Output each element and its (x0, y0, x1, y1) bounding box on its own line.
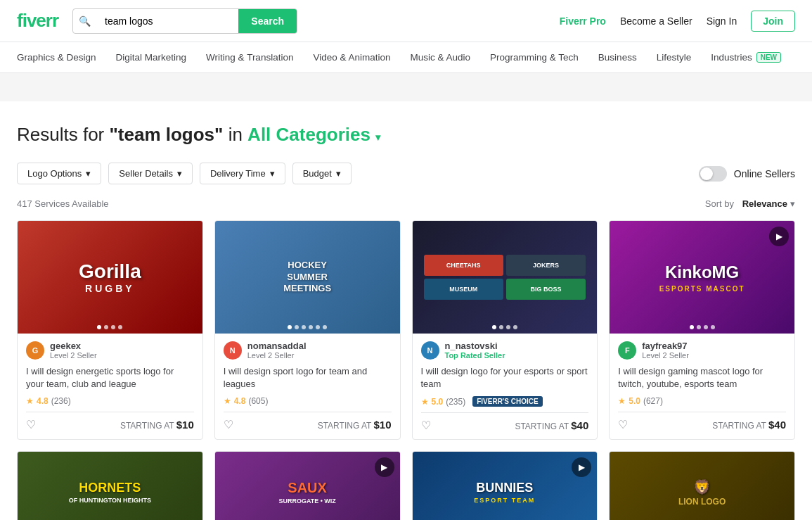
seller-info: G geekex Level 2 Seller (26, 341, 194, 360)
nav-music[interactable]: Music & Audio (411, 44, 471, 71)
join-button[interactable]: Join (751, 11, 795, 32)
card-thumbnail: KinkoMG ESPORTS MASCOT (610, 221, 794, 334)
seller-details: geekex Level 2 Seller (50, 341, 97, 360)
card-image-wrap: HORNETS OF HUNTINGTON HEIGHTS (18, 452, 202, 520)
seller-info: N nomansaddal Level 2 Seller (224, 341, 392, 360)
sign-in-link[interactable]: Sign In (707, 15, 737, 27)
budget-filter[interactable]: Budget ▾ (292, 163, 352, 184)
services-count: 417 Services Available (17, 198, 109, 209)
rating-count: (605) (248, 396, 268, 406)
new-badge: NEW (756, 52, 781, 63)
starting-at-label: STARTING AT (120, 421, 176, 431)
online-sellers-toggle[interactable] (699, 166, 727, 182)
service-card[interactable]: HORNETS OF HUNTINGTON HEIGHTS (17, 451, 203, 520)
service-card[interactable]: CHEETAHS JOKERS MUSEUM BIG BOSS N n_nast… (412, 220, 598, 440)
card-body: G geekex Level 2 Seller I will design en… (18, 334, 202, 438)
nav-programming[interactable]: Programming & Tech (490, 44, 579, 71)
card-image-wrap: SAUX SURROGATE • WIZ ▶ (215, 452, 400, 520)
search-input[interactable] (96, 15, 238, 27)
become-seller-link[interactable]: Become a Seller (620, 15, 692, 27)
starting-at-label: STARTING AT (712, 421, 768, 431)
header: fiverr 🔍 Search Fiverr Pro Become a Sell… (0, 0, 812, 42)
stars-icon: ★ (224, 396, 231, 406)
favorite-button[interactable]: ♡ (618, 418, 628, 431)
play-button-icon[interactable]: ▶ (769, 227, 789, 246)
stars-icon: ★ (421, 397, 429, 407)
services-info-bar: 417 Services Available Sort by Relevance… (17, 198, 795, 209)
play-button-icon[interactable]: ▶ (375, 457, 394, 477)
favorite-button[interactable]: ♡ (421, 419, 431, 432)
dropdown-arrow-icon: ▾ (375, 132, 380, 143)
card-image-text: HOCKEYSUMMERMEETINGS (283, 260, 331, 296)
fiverrs-choice-badge: FIVERR'S CHOICE (472, 396, 542, 407)
cards-grid: Gorilla RUGBY G geekex Level 2 Seller I … (17, 220, 795, 520)
chevron-down-icon3: ▾ (270, 168, 275, 179)
nav-writing[interactable]: Writing & Translation (206, 44, 293, 71)
promo-bar (0, 73, 812, 101)
delivery-time-filter[interactable]: Delivery Time ▾ (200, 163, 285, 184)
rating-row: ★ 5.0 (235) FIVERR'S CHOICE (421, 396, 589, 407)
card-thumbnail: HOCKEYSUMMERMEETINGS (215, 221, 400, 334)
service-card[interactable]: HOCKEYSUMMERMEETINGS N nomansaddal Level… (214, 220, 401, 440)
card-thumbnail: Gorilla RUGBY (18, 221, 202, 334)
seller-name: n_nastovski (445, 341, 505, 351)
service-card[interactable]: 🦁 LION LOGO (609, 451, 795, 520)
service-card[interactable]: SAUX SURROGATE • WIZ ▶ (214, 451, 401, 520)
card-image-text: BUNNIES ESPORT TEAM (474, 481, 535, 504)
results-header: Results for "team logos" in All Categori… (17, 124, 795, 146)
chevron-down-icon: ▾ (86, 168, 91, 179)
rating-row: ★ 4.8 (236) (26, 396, 194, 406)
sort-chevron-icon: ▾ (790, 198, 795, 209)
search-button[interactable]: Search (238, 9, 297, 33)
card-title: I will design gaming mascot logo for twi… (618, 365, 786, 391)
chevron-down-icon2: ▾ (177, 168, 182, 179)
rating-count: (235) (446, 397, 465, 407)
price-info: STARTING AT $40 (712, 419, 786, 431)
card-image-text: KinkoMG ESPORTS MASCOT (659, 262, 745, 293)
stars-icon: ★ (618, 396, 626, 406)
sort-label: Sort by (705, 198, 734, 209)
nav-lifestyle[interactable]: Lifestyle (657, 44, 692, 71)
service-card[interactable]: BUNNIES ESPORT TEAM ▶ (412, 451, 598, 520)
card-thumbnail: CHEETAHS JOKERS MUSEUM BIG BOSS (413, 221, 598, 334)
service-card[interactable]: KinkoMG ESPORTS MASCOT ▶ F fayfreak97 Le… (609, 220, 795, 440)
main-nav: Graphics & Design Digital Marketing Writ… (0, 42, 812, 73)
seller-details-filter[interactable]: Seller Details ▾ (108, 163, 193, 184)
favorite-button[interactable]: ♡ (26, 418, 36, 431)
card-image-wrap: 🦁 LION LOGO (610, 452, 794, 520)
seller-info: F fayfreak97 Level 2 Seller (618, 341, 786, 360)
avatar: N (224, 341, 242, 360)
card-title: I will design logo for your esports or s… (421, 365, 589, 391)
nav-graphics[interactable]: Graphics & Design (17, 44, 96, 71)
seller-name: nomansaddal (247, 341, 307, 351)
seller-details: nomansaddal Level 2 Seller (247, 341, 307, 360)
favorite-button[interactable]: ♡ (224, 418, 233, 431)
rating-value: 5.0 (432, 397, 444, 407)
rating-value: 4.8 (234, 396, 246, 406)
top-rated-badge: Top Rated Seller (445, 351, 505, 360)
results-prefix: Results for (17, 124, 110, 145)
fiverr-pro-link[interactable]: Fiverr Pro (560, 15, 606, 27)
card-footer: ♡ STARTING AT $40 (618, 412, 786, 431)
sort-by-control[interactable]: Sort by Relevance ▾ (705, 198, 795, 209)
nav-industries[interactable]: Industries NEW (711, 44, 781, 71)
image-dots (492, 325, 517, 329)
logo-options-filter[interactable]: Logo Options ▾ (17, 163, 101, 184)
sort-value: Relevance (742, 198, 787, 209)
chevron-down-icon4: ▾ (336, 168, 341, 179)
seller-info: N n_nastovski Top Rated Seller (421, 341, 589, 360)
card-footer: ♡ STARTING AT $10 (224, 412, 392, 431)
price-info: STARTING AT $10 (318, 419, 392, 431)
seller-name: geekex (50, 341, 97, 351)
rating-value: 5.0 (629, 396, 640, 406)
nav-digital[interactable]: Digital Marketing (116, 44, 187, 71)
nav-business[interactable]: Business (598, 44, 637, 71)
card-thumbnail: BUNNIES ESPORT TEAM (413, 452, 598, 520)
results-category-link[interactable]: All Categories ▾ (247, 124, 380, 145)
card-image-wrap: CHEETAHS JOKERS MUSEUM BIG BOSS (413, 221, 598, 334)
service-card[interactable]: Gorilla RUGBY G geekex Level 2 Seller I … (17, 220, 203, 440)
nav-video[interactable]: Video & Animation (313, 44, 390, 71)
card-thumbnail: HORNETS OF HUNTINGTON HEIGHTS (18, 452, 202, 520)
seller-details: n_nastovski Top Rated Seller (445, 341, 505, 360)
price-value: $10 (176, 419, 194, 431)
